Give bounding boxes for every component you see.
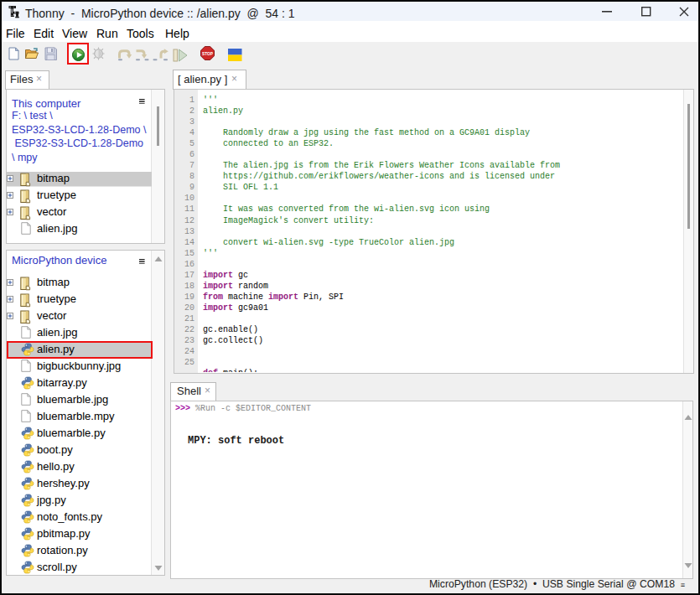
svg-text:STOP: STOP <box>202 51 214 55</box>
